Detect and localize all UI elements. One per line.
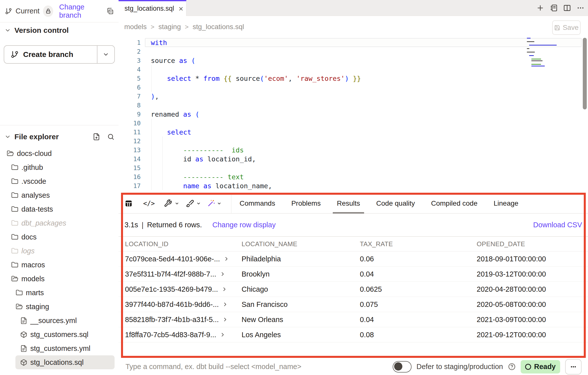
search-icon[interactable] bbox=[107, 133, 115, 141]
code-line-9[interactable]: 9renamed as ( bbox=[119, 110, 588, 119]
file-explorer-item-github[interactable]: .github bbox=[0, 160, 119, 174]
expand-row-icon[interactable] bbox=[223, 256, 229, 262]
column-header-location_name[interactable]: LOCATION_NAME bbox=[242, 240, 360, 248]
file-explorer-item-dbt-packages[interactable]: dbt_packages bbox=[0, 216, 119, 230]
code-editor[interactable]: 1with23source as (45 select * from {{ so… bbox=[119, 38, 588, 193]
line-number: 7 bbox=[119, 93, 141, 100]
tab-stg-locations-sql[interactable]: stg_locations.sql × bbox=[119, 0, 186, 16]
folder-icon bbox=[11, 178, 18, 185]
file-label: stg_locations.sql bbox=[30, 358, 84, 367]
expand-row-icon[interactable] bbox=[220, 271, 226, 277]
code-line-8[interactable]: 8 bbox=[119, 101, 588, 110]
results-tab-lineage[interactable]: Lineage bbox=[494, 193, 518, 213]
build-wrench-icon[interactable] bbox=[164, 199, 172, 207]
code-line-7[interactable]: 7), bbox=[119, 92, 588, 101]
code-line-4[interactable]: 4 bbox=[119, 65, 588, 74]
expand-row-icon[interactable] bbox=[222, 301, 228, 307]
new-file-icon[interactable] bbox=[93, 133, 100, 141]
code-line-6[interactable]: 6 bbox=[119, 83, 588, 92]
file-explorer-item-macros[interactable]: macros bbox=[0, 258, 119, 272]
notebook-icon[interactable] bbox=[550, 4, 558, 12]
file-explorer-item-models[interactable]: models bbox=[0, 272, 119, 286]
file-explorer-item-stg-customers-sql[interactable]: stg_customers.sql bbox=[0, 328, 119, 341]
chevron-down-icon[interactable] bbox=[174, 201, 179, 206]
close-tab-icon[interactable]: × bbox=[179, 5, 183, 13]
create-branch-main[interactable]: Create branch bbox=[4, 46, 97, 63]
column-header-opened_date[interactable]: OPENED_DATE bbox=[477, 240, 588, 248]
line-number: 17 bbox=[119, 182, 141, 189]
expand-row-icon[interactable] bbox=[222, 317, 228, 323]
dbt-cloud-ide: Current Change branch Version control Cr… bbox=[0, 0, 588, 375]
create-branch-dropdown[interactable] bbox=[97, 46, 114, 63]
code-line-15[interactable]: 15 bbox=[119, 163, 588, 172]
code-line-11[interactable]: 11 select bbox=[119, 128, 588, 137]
more-options-icon[interactable] bbox=[577, 4, 585, 12]
file-explorer-item-docs[interactable]: docs bbox=[0, 230, 119, 244]
file-label: logs bbox=[21, 247, 35, 255]
defer-toggle[interactable] bbox=[393, 361, 412, 373]
file-explorer-item-stg-customers-yml[interactable]: stg_customers.yml bbox=[0, 341, 119, 355]
copy-icon[interactable] bbox=[107, 7, 114, 15]
folder-icon bbox=[16, 289, 23, 296]
minimap[interactable] bbox=[527, 38, 559, 67]
expand-row-icon[interactable] bbox=[221, 286, 227, 292]
file-explorer-item-data-tests[interactable]: data-tests bbox=[0, 202, 119, 216]
file-explorer-item-docs-cloud[interactable]: docs-cloud bbox=[0, 146, 119, 160]
new-tab-icon[interactable] bbox=[536, 4, 544, 12]
results-tab-results[interactable]: Results bbox=[337, 193, 360, 213]
file-explorer-item-sources-yml[interactable]: __sources.yml bbox=[0, 314, 119, 328]
cell-tax-rate: 0.04 bbox=[360, 316, 477, 324]
results-tab-code-quality[interactable]: Code quality bbox=[376, 193, 415, 213]
code-line-13[interactable]: 13 ---------- ids bbox=[119, 145, 588, 154]
line-number: 9 bbox=[119, 111, 141, 118]
file-explorer-header[interactable]: File explorer bbox=[4, 131, 115, 143]
ai-wand-icon[interactable] bbox=[207, 199, 215, 207]
code-line-16[interactable]: 16 ---------- text bbox=[119, 172, 588, 181]
change-branch-link[interactable]: Change branch bbox=[59, 3, 103, 19]
code-line-14[interactable]: 14 id as location_id, bbox=[119, 154, 588, 163]
code-line-3[interactable]: 3source as ( bbox=[119, 56, 588, 65]
file-explorer-item-logs[interactable]: logs bbox=[0, 244, 119, 258]
expand-row-icon[interactable] bbox=[220, 332, 226, 338]
chevron-down-icon[interactable] bbox=[217, 201, 222, 206]
results-tabs: CommandsProblemsResultsCode qualityCompi… bbox=[240, 193, 518, 213]
code-line-2[interactable]: 2 bbox=[119, 47, 588, 56]
results-tab-compiled-code[interactable]: Compiled code bbox=[431, 193, 477, 213]
line-number: 11 bbox=[119, 129, 141, 136]
more-menu-button[interactable] bbox=[565, 359, 582, 375]
breadcrumb-item[interactable]: stg_locations.sql bbox=[193, 23, 244, 31]
command-input[interactable] bbox=[125, 362, 340, 371]
column-header-tax_rate[interactable]: TAX_RATE bbox=[360, 240, 477, 248]
file-explorer-item-marts[interactable]: marts bbox=[0, 286, 119, 300]
editor-scrollbar[interactable] bbox=[583, 38, 587, 109]
file-label: __sources.yml bbox=[30, 317, 77, 325]
code-line-10[interactable]: 10 bbox=[119, 119, 588, 128]
change-row-display-link[interactable]: Change row display bbox=[212, 221, 276, 229]
preview-table-icon[interactable] bbox=[125, 199, 133, 207]
compile-code-icon[interactable]: </> bbox=[143, 200, 155, 207]
create-branch-button[interactable]: Create branch bbox=[4, 45, 115, 64]
breadcrumb-item[interactable]: models bbox=[124, 23, 147, 31]
save-button[interactable]: Save bbox=[552, 20, 581, 35]
file-explorer-item-vscode[interactable]: .vscode bbox=[0, 174, 119, 188]
split-pane-icon[interactable] bbox=[563, 4, 571, 12]
code-line-1[interactable]: 1with bbox=[119, 38, 588, 47]
results-tab-commands[interactable]: Commands bbox=[240, 193, 275, 213]
file-explorer-item-analyses[interactable]: analyses bbox=[0, 188, 119, 202]
code-line-5[interactable]: 5 select * from {{ source('ecom', 'raw_s… bbox=[119, 74, 588, 83]
cell-location-name: Chicago bbox=[242, 285, 360, 293]
results-tab-problems[interactable]: Problems bbox=[291, 193, 321, 213]
code-line-17[interactable]: 17 name as location_name, bbox=[119, 181, 588, 190]
file-explorer-item-stg-locations-sql[interactable]: stg_locations.sql bbox=[15, 355, 115, 369]
chevron-down-icon[interactable] bbox=[196, 201, 201, 206]
column-header-location_id[interactable]: LOCATION_ID bbox=[125, 240, 242, 248]
download-csv-link[interactable]: Download CSV bbox=[533, 221, 582, 229]
format-brush-icon[interactable] bbox=[186, 199, 194, 207]
version-control-header[interactable]: Version control bbox=[4, 24, 69, 36]
status-badge[interactable]: Ready bbox=[521, 360, 560, 374]
file-explorer-item-staging[interactable]: staging bbox=[0, 300, 119, 314]
breadcrumb-item[interactable]: staging bbox=[158, 23, 181, 31]
cell-tax-rate: 0.04 bbox=[360, 270, 477, 278]
help-icon[interactable] bbox=[508, 363, 516, 371]
code-line-12[interactable]: 12 bbox=[119, 137, 588, 145]
